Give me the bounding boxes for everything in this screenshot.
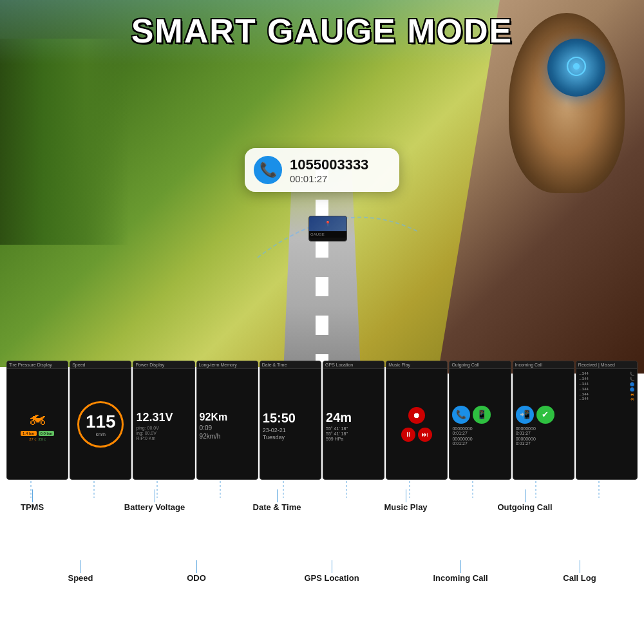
tpms-label-col: TPMS [0,489,64,512]
voltage-line2: ing: 00.0V [136,431,156,435]
music-screen: Music Play ⏺ ⏸ ⏭ [386,361,448,480]
call-info: 1055003333 00:01:27 [290,156,368,184]
bottom-labels-row: Speed ODO GPS Location Incoming Call Cal… [0,560,644,612]
incoming-btn-row: 📲 ✔ [516,406,554,424]
datetime-label-col: Date & Time [238,489,316,512]
rear-temp: 23 c [39,437,46,441]
odo-screen: Long-term Memory 92Km 0:09 92km/h [196,361,258,480]
calllog-header: Received | Missed [576,361,637,369]
outgoing-time2: 0:01:27 [452,441,467,446]
datetime-label: Date & Time [253,502,301,512]
voltage-screen: Power Display 12.31V ping: 00.0V ing: 00… [133,361,194,480]
odo-value3: 92km/h [200,433,221,440]
pause-button[interactable]: ⏸ [401,428,415,442]
connection-curve [225,180,451,309]
calllog-num-5: ...344 [579,392,589,396]
missed-label: Missed [601,363,615,367]
speed-unit: km/h [96,432,106,437]
voltage-body: 12.31V ping: 00.0V ing: 00.0V RIP:0 Km [133,369,194,479]
calllog-num-1: ...344 [579,372,589,376]
calllog-num-3: ...344 [579,382,589,386]
calllog-row-2: ...344 📞 [578,377,636,381]
skip-button[interactable]: ⏭ [418,428,432,442]
gps-body: 24m 55° 41' 18" 55° 41' 18" 599 HPa [323,369,384,479]
outgoing-call-label-col: Outgoing Call [483,489,567,512]
odo-header: Long-term Memory [197,361,258,369]
speed-body: 115 km/h [70,369,131,479]
handlebar-device: 📍 GAUGE [308,216,347,242]
incoming-time1: 0:01:27 [516,431,531,435]
speed-label: Speed [68,573,93,583]
calllog-body: ...344 📞 ...344 📞 ...344 🔵 ...344 🔵 ...3… [576,369,637,479]
gps-screen: GPS Location 24m 55° 41' 18" 55° 41' 18"… [323,361,384,480]
calllog-row-6: ...344 🏍 [578,397,636,401]
battery-voltage-label-col: Battery Voltage [109,489,200,512]
gps-coords1: 55° 41' 18" [326,426,348,431]
top-labels-row: TPMS Battery Voltage Date & Time Music P… [0,489,644,541]
speed-header: Speed [70,361,131,369]
music-label: Music Play [384,502,427,512]
tpms-readings: 1.4 bar 0.0 bar [21,431,54,436]
speed-label-col: Speed [48,560,113,583]
gps-value: 24m [326,410,352,425]
bt-icon-1: 🔵 [630,382,634,386]
call-out-icon: 📞 [452,406,470,424]
gps-header: GPS Location [323,361,384,369]
bluetooth-earpiece: ⦿ [547,39,605,97]
rear-bar: 0.0 bar [39,431,55,436]
calllog-num-4: ...344 [579,387,589,392]
call-duration: 00:01:27 [290,173,368,184]
calllog-num-6: ...344 [579,397,589,401]
call-answer-icon: 📱 [473,406,491,424]
main-title: SMART GAUGE MODE [131,12,513,50]
odo-label-col: ODO [171,560,222,583]
front-temp: 27 c [29,437,36,441]
incoming-call-screen: Incoming Call 📲 ✔ 00000000 0:01:27 00000… [513,361,574,480]
calllog-row-1: ...344 📞 [578,372,636,376]
voltage-line3: RIP:0 Km [136,436,155,440]
music-body: ⏺ ⏸ ⏭ [386,369,447,479]
voltage-value: 12.31V [136,411,173,424]
incoming-call-icon: 📲 [516,406,534,424]
gps-label: GPS Location [304,573,359,583]
mc-icon-1: 🏍 [630,392,634,396]
outgoing-num2: 00000000 [452,437,472,441]
calllog-num-2: ...344 [579,377,589,381]
screens-row: Tire Pressure Display 🏍 1.4 bar 0.0 bar … [6,361,638,489]
odo-label: ODO [187,573,206,583]
tpms-screen: Tire Pressure Display 🏍 1.4 bar 0.0 bar … [6,361,68,480]
record-button[interactable]: ⏺ [408,407,425,424]
calllog-row-3: ...344 🔵 [578,382,636,386]
incoming-header: Incoming Call [513,361,574,369]
outgoing-body: 📞 📱 00000000 0:01:27 00000000 0:01:27 [450,369,510,479]
music-header: Music Play [386,361,447,369]
incoming-num2: 00000000 [516,437,536,441]
call-number: 1055003333 [290,156,368,173]
outgoing-num1: 00000000 [452,426,472,431]
calllog-row-5: ...344 🏍 [578,392,636,396]
incoming-answer-icon: ✔ [536,406,554,424]
phone-icon-2: 📞 [630,377,634,381]
tpms-header: Tire Pressure Display [7,361,68,369]
odo-value1: 92Km [200,412,228,423]
outgoing-header: Outgoing Call [450,361,510,369]
speed-gauge: 115 km/h [77,401,124,448]
outgoing-btn-row: 📞 📱 [452,406,491,424]
time-value: 15:50 [263,411,296,426]
outgoing-time1: 0:01:27 [452,431,467,435]
voltage-header: Power Display [133,361,194,369]
calllog-row-4: ...344 🔵 [578,387,636,392]
music-label-col: Music Play [367,489,444,512]
speed-value: 115 [86,412,116,432]
call-log-label: Call Log [563,573,596,583]
odo-value2: 0:09 [200,424,212,431]
received-label: Received [578,363,597,367]
tpms-moto-icon: 🏍 [28,407,46,428]
odo-body: 92Km 0:09 92km/h [197,369,258,479]
mc-icon-2: 🏍 [630,397,634,401]
gps-hpa: 599 HPa [326,437,343,441]
bt-icon-2: 🔵 [630,387,634,392]
music-controls: ⏺ [408,407,425,424]
call-log-label-col: Call Log [547,560,612,583]
incoming-body: 📲 ✔ 00000000 0:01:27 00000000 0:01:27 [513,369,574,479]
